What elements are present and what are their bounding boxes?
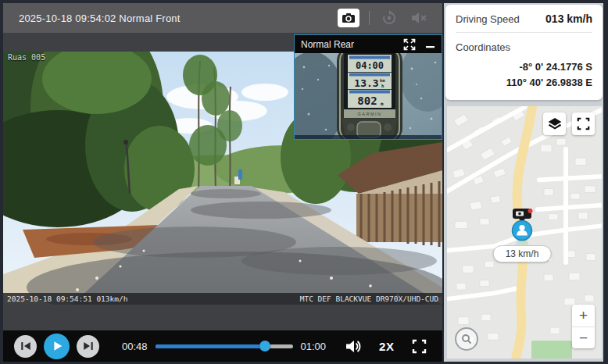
video-overlay-route-label: Ruas 005 <box>8 53 45 62</box>
seek-fill <box>156 344 266 348</box>
audio-mute-icon <box>410 11 427 25</box>
audio-mute-button[interactable] <box>409 9 429 27</box>
current-time: 00:48 <box>122 341 148 352</box>
map-attribution-button[interactable] <box>455 327 478 351</box>
map-speed-label: 13 km/h <box>493 245 552 262</box>
driving-speed-value: 013 km/h <box>545 12 592 25</box>
driving-speed-label: Driving Speed <box>456 13 520 25</box>
playback-controls: 00:48 01:00 2X <box>3 330 442 362</box>
coordinate-longitude: 110° 40' 26.9838 E <box>456 75 592 91</box>
video-overlay-band: 2025-10-18 09:54:51 013km/h MTC DEF BLAC… <box>3 293 442 305</box>
video-overlay-timestamp: 2025-10-18 09:54:51 013km/h <box>7 294 127 303</box>
sidebar: Driving Speed 013 km/h Coordinates -8° 0… <box>444 3 603 362</box>
map-fullscreen-button[interactable] <box>572 112 595 135</box>
capture-button[interactable] <box>338 9 359 27</box>
blackvue-viewer-window: 2025-10-18 09:54:02 Normal Front <box>0 0 608 364</box>
playback-speed-button[interactable]: 2X <box>379 340 394 353</box>
zoom-in-button[interactable]: + <box>572 305 595 327</box>
coordinates-label: Coordinates <box>456 41 510 53</box>
seek-knob[interactable] <box>259 341 270 352</box>
seek-bar[interactable] <box>156 341 293 352</box>
minimize-icon <box>426 40 435 49</box>
fullscreen-icon <box>412 339 427 354</box>
gps-sync-button[interactable] <box>379 9 399 27</box>
next-icon <box>81 339 95 353</box>
driving-speed-row: Driving Speed 013 km/h <box>456 12 592 33</box>
gps-speed-unit-top: km <box>380 78 385 83</box>
layers-icon <box>547 116 563 131</box>
play-button[interactable] <box>44 334 70 359</box>
fullscreen-button[interactable] <box>412 339 427 354</box>
volume-button[interactable] <box>345 339 362 354</box>
map-layers-button[interactable] <box>543 112 566 135</box>
video-area: Ruas 005 2025-10-18 09:54:51 013km/h MTC… <box>3 33 442 330</box>
play-icon <box>50 339 64 353</box>
zoom-out-button[interactable]: − <box>572 327 595 348</box>
drive-info-panel: Driving Speed 013 km/h Coordinates -8° 0… <box>445 5 603 100</box>
pip-minimize-button[interactable] <box>426 40 435 49</box>
gps-sync-icon <box>381 10 397 26</box>
divider <box>369 11 370 25</box>
previous-button[interactable] <box>14 335 37 358</box>
pip-expand-button[interactable] <box>403 38 416 51</box>
video-title: 2025-10-18 09:54:02 Normal Front <box>19 12 181 24</box>
map-zoom-control: + − <box>572 305 595 348</box>
gps-distance: 802 <box>357 95 377 107</box>
video-title-bar: 2025-10-18 09:54:02 Normal Front <box>3 3 442 33</box>
player-column: 2025-10-18 09:54:02 Normal Front <box>3 3 442 362</box>
pip-rear-camera[interactable]: Normal Rear <box>294 34 442 140</box>
rear-camera-video: 04:00 13.3 km h 802 m GARMIN <box>295 53 442 139</box>
gps-time: 04:00 <box>356 60 384 71</box>
map-fullscreen-icon <box>577 117 590 130</box>
coordinate-latitude: -8° 0' 24.1776 S <box>456 59 592 75</box>
magnifier-icon <box>460 333 473 345</box>
video-overlay-model: MTC DEF BLACKVUE DR970X/UHD-CUD <box>300 294 438 303</box>
gps-distance-unit: m <box>381 101 384 106</box>
gps-speed-unit-bottom: h <box>381 84 384 88</box>
map-panel[interactable]: 13 km/h + − <box>447 106 602 359</box>
total-time: 01:00 <box>301 341 327 352</box>
gps-speed: 13.3 <box>354 77 378 89</box>
expand-arrows-icon <box>403 38 416 51</box>
pip-title: Normal Rear <box>301 39 354 50</box>
speaker-icon <box>345 339 362 354</box>
previous-icon <box>19 339 33 353</box>
recording-dot <box>528 209 533 213</box>
camera-icon <box>342 12 356 23</box>
title-actions <box>338 9 429 27</box>
coordinates-block: Coordinates -8° 0' 24.1776 S 110° 40' 26… <box>456 33 592 91</box>
pip-header: Normal Rear <box>295 35 442 53</box>
gps-brand: GARMIN <box>358 112 382 116</box>
next-button[interactable] <box>77 335 99 358</box>
